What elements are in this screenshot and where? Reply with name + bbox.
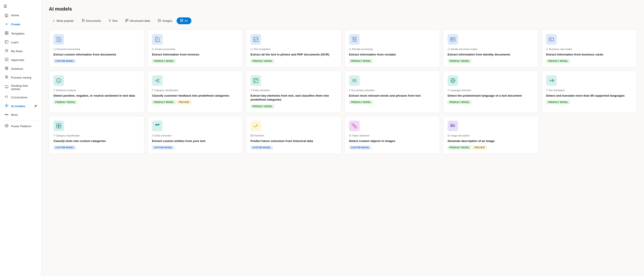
svg-rect-39 xyxy=(182,19,183,20)
svg-point-13 xyxy=(6,77,7,78)
tab-text[interactable]: T Text xyxy=(105,18,121,24)
svg-point-23 xyxy=(5,105,6,106)
card-title-object-detection: Detect custom objects in images xyxy=(349,139,435,143)
sidebar-item-more[interactable]: ••• More xyxy=(1,111,41,119)
badge-prebuilt: PREBUILT MODEL xyxy=(349,59,373,63)
card-category-doc-processing: Document processing xyxy=(54,48,140,50)
svg-rect-54 xyxy=(549,38,554,41)
home-icon: 🏠 xyxy=(4,13,9,17)
card-title-entity-extraction: Extract key elements from text, and clas… xyxy=(250,94,337,102)
badge-row-identity-doc-reader: PREBUILT MODEL xyxy=(448,58,534,63)
svg-rect-36 xyxy=(158,19,161,22)
card-identity-doc-reader[interactable]: Identity document reader Extract informa… xyxy=(443,30,538,68)
sidebar: ☰ 🏠 Home + Create Templates Learn My flo… xyxy=(0,0,42,276)
svg-text:T: T xyxy=(254,38,256,41)
card-text-translation[interactable]: Aあ T Text translation Detect and transla… xyxy=(542,71,637,113)
sidebar-item-power-platform[interactable]: Power Platform xyxy=(1,122,41,130)
sidebar-label-ai-models: AI models xyxy=(11,105,25,108)
hamburger-icon[interactable]: ☰ xyxy=(0,2,42,11)
badge-prebuilt: PREBUILT MODEL xyxy=(152,59,176,63)
card-icon-entity-extraction-custom: ❝❞ xyxy=(152,121,162,131)
tab-documents[interactable]: Documents xyxy=(78,17,104,24)
svg-rect-84 xyxy=(251,136,252,136)
sidebar-label-learn: Learn xyxy=(11,41,19,44)
card-category-language-detection: T Language detection xyxy=(448,89,534,92)
card-prediction[interactable]: Prediction Predict future outcomes from … xyxy=(246,116,341,154)
card-business-card-reader[interactable]: Business card reader Extract information… xyxy=(542,30,637,68)
sidebar-item-home[interactable]: 🏠 Home xyxy=(1,11,41,19)
card-category-classification-custom[interactable]: T Category classification Classify texts… xyxy=(49,116,144,154)
card-category-entity-extraction: T Entity extraction xyxy=(250,89,337,92)
svg-point-24 xyxy=(8,105,8,106)
card-sentiment-analysis[interactable]: T Sentiment analysis Detect positive, ne… xyxy=(49,71,144,113)
card-object-detection[interactable]: Object detection Detect custom objects i… xyxy=(344,116,440,154)
svg-point-90 xyxy=(350,135,350,136)
sidebar-item-connections[interactable]: Connections xyxy=(1,93,41,101)
badge-prebuilt: PREBUILT MODEL xyxy=(54,100,77,104)
badge-custom: CUSTOM MODEL xyxy=(349,146,372,149)
svg-point-21 xyxy=(6,104,7,105)
sidebar-item-desktop-flow[interactable]: Desktop flow activity xyxy=(1,82,41,93)
most-popular-icon: ☆ xyxy=(52,19,55,23)
sidebar-item-solutions[interactable]: Solutions xyxy=(1,65,41,73)
card-entity-extraction[interactable]: T Entity extraction Extract key elements… xyxy=(246,71,341,113)
card-title-prediction: Predict future outcomes from historical … xyxy=(250,139,337,143)
card-text-recognition[interactable]: T Text recognition Extract all the text … xyxy=(246,30,341,68)
card-category-classification[interactable]: T Category classification Classify custo… xyxy=(147,71,243,113)
sidebar-label-templates: Templates xyxy=(11,32,25,35)
svg-rect-34 xyxy=(126,20,128,21)
badge-prebuilt: PREBUILT MODEL xyxy=(152,100,176,104)
tab-most-popular[interactable]: ☆ Most popular xyxy=(49,17,77,24)
tab-images[interactable]: Images xyxy=(154,17,176,24)
card-doc-processing[interactable]: Document processing Extract custom infor… xyxy=(49,30,144,68)
approvals-icon xyxy=(4,58,9,62)
card-title-sentiment-analysis: Detect positive, negative, or neutral se… xyxy=(54,94,140,98)
svg-marker-29 xyxy=(5,124,8,127)
badge-row-key-phrase-extraction: PREBUILT MODEL xyxy=(349,100,435,104)
sidebar-label-home: Home xyxy=(11,14,19,17)
sidebar-item-my-flows[interactable]: My flows xyxy=(1,47,41,55)
sidebar-item-ai-models[interactable]: AI models 📌 xyxy=(1,102,41,110)
svg-point-62 xyxy=(158,81,159,82)
sidebar-item-process-mining[interactable]: Process mining xyxy=(1,73,41,82)
tab-structured-data[interactable]: Structured data xyxy=(122,17,154,24)
badge-custom: CUSTOM MODEL xyxy=(152,146,174,149)
badge-row-business-card-reader: PREBUILT MODEL xyxy=(546,58,632,63)
card-category-business-card-reader: Business card reader xyxy=(546,48,632,50)
badge-row-image-description: PREBUILT MODELPREVIEW xyxy=(448,145,534,149)
svg-rect-77 xyxy=(56,124,58,126)
card-entity-extraction-custom[interactable]: ❝❞ T Entity extraction Extract custom en… xyxy=(147,116,243,154)
svg-marker-30 xyxy=(6,125,8,127)
badge-custom: CUSTOM MODEL xyxy=(54,146,76,149)
card-icon-text-recognition: T xyxy=(250,34,261,45)
svg-rect-4 xyxy=(5,41,8,43)
card-category-category-classification: T Category classification xyxy=(152,89,238,92)
card-category-invoice-processing: Invoice processing xyxy=(152,48,238,50)
card-invoice-processing[interactable]: Invoice processing Extract information f… xyxy=(147,30,243,68)
card-icon-object-detection xyxy=(349,121,360,131)
card-title-invoice-processing: Extract information from invoices xyxy=(152,53,238,57)
card-language-detection[interactable]: T Language detection Detect the predomin… xyxy=(443,71,538,113)
card-category-prediction: Prediction xyxy=(250,134,337,137)
sidebar-item-learn[interactable]: Learn xyxy=(1,38,41,47)
card-key-phrase-extraction[interactable]: T Key phrase extraction Extract most rel… xyxy=(344,71,440,113)
card-category-receipt-processing: Receipt processing xyxy=(349,48,435,50)
sidebar-item-templates[interactable]: Templates xyxy=(1,29,41,38)
card-image-description[interactable]: Image description Generate description o… xyxy=(443,116,538,154)
tab-all-label: All xyxy=(184,19,188,23)
badge-row-category-classification: PREBUILT MODELPREVIEW xyxy=(152,100,238,104)
sidebar-label-desktop-flow: Desktop flow activity xyxy=(11,84,37,91)
tab-all[interactable]: All xyxy=(176,17,191,24)
svg-text:A: A xyxy=(549,79,551,82)
sidebar-label-power-platform: Power Platform xyxy=(11,125,31,128)
card-title-entity-extraction-custom: Extract custom entities from your text xyxy=(152,139,238,143)
badge-prebuilt: PREBUILT MODEL xyxy=(448,146,471,149)
sidebar-item-approvals[interactable]: Approvals xyxy=(1,56,41,64)
images-tab-icon xyxy=(158,19,161,23)
card-receipt-processing[interactable]: Receipt processing Extract information f… xyxy=(344,30,440,68)
svg-text:あ: あ xyxy=(552,79,554,82)
sidebar-label-create: Create xyxy=(11,23,20,26)
sidebar-item-create[interactable]: + Create xyxy=(1,20,41,29)
sidebar-label-solutions: Solutions xyxy=(11,67,23,70)
svg-point-58 xyxy=(58,80,58,80)
